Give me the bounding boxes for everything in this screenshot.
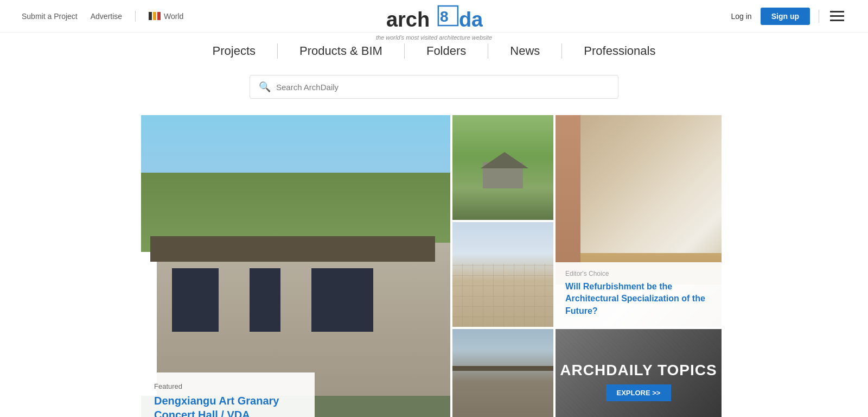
search-input[interactable]	[276, 83, 609, 92]
facade-grid	[452, 264, 553, 327]
flag-stripe-2	[153, 12, 156, 20]
nav-projects[interactable]: Projects	[191, 44, 277, 58]
top-bar-right: Log in Sign up	[731, 8, 846, 25]
search-wrapper: 🔍	[0, 70, 868, 115]
hamburger-line-2	[830, 15, 844, 17]
brick-wall	[556, 115, 580, 274]
nav-news[interactable]: News	[488, 44, 561, 58]
window-right	[311, 268, 373, 332]
hamburger-line-1	[830, 11, 844, 12]
divider-1	[135, 11, 136, 22]
flag-icon	[149, 12, 161, 20]
top-bar: Submit a Project Advertise World arch 8 …	[0, 0, 868, 33]
window-left	[172, 268, 219, 332]
topics-banner[interactable]: ARCHDAILY TOPICS EXPLORE >>	[556, 329, 722, 417]
svg-text:arch: arch	[386, 8, 430, 31]
content-grid: Featured Dengxiangu Art Granary Concert …	[141, 115, 727, 417]
top-bar-left: Submit a Project Advertise World	[22, 11, 183, 22]
archdaily-logo: arch 8 daily	[385, 3, 483, 35]
hamburger-menu[interactable]	[828, 9, 846, 23]
roof-line-sm	[452, 366, 553, 371]
small-image-bottom[interactable]	[452, 329, 553, 417]
flag-stripe-1	[149, 12, 152, 20]
logo-area[interactable]: arch 8 daily the world's most visited ar…	[376, 3, 492, 41]
advertise-link[interactable]: Advertise	[91, 12, 122, 21]
hamburger-line-3	[830, 20, 844, 21]
nav-products-bim[interactable]: Products & BIM	[278, 44, 404, 58]
window-center	[250, 268, 280, 332]
submit-project-link[interactable]: Submit a Project	[22, 12, 78, 21]
feature-label: Featured	[154, 382, 302, 390]
signup-button[interactable]: Sign up	[761, 8, 810, 25]
svg-text:daily: daily	[459, 8, 483, 31]
house-roof	[481, 152, 528, 168]
svg-text:8: 8	[440, 8, 449, 25]
topics-title: ARCHDAILY TOPICS	[560, 362, 717, 379]
main-feature[interactable]: Featured Dengxiangu Art Granary Concert …	[141, 115, 450, 417]
explore-button[interactable]: EXPLORE >>	[606, 384, 672, 401]
content-area: Featured Dengxiangu Art Granary Concert …	[0, 115, 868, 417]
editors-choice-label: Editor's Choice	[565, 270, 712, 277]
editors-choice-card[interactable]: Editor's Choice Will Refurbishment be th…	[556, 115, 722, 327]
world-selector[interactable]: World	[149, 12, 183, 21]
flag-stripe-3	[157, 12, 161, 20]
feature-title: Dengxiangu Art Granary Concert Hall / VD…	[154, 394, 302, 417]
feature-label-box: Featured Dengxiangu Art Granary Concert …	[141, 372, 315, 417]
editors-overlay: Editor's Choice Will Refurbishment be th…	[556, 262, 722, 327]
small-image-top[interactable]	[452, 115, 553, 220]
login-button[interactable]: Log in	[731, 12, 752, 21]
divider-2	[819, 10, 819, 23]
small-image-middle[interactable]	[452, 222, 553, 327]
roof-bg	[150, 236, 435, 262]
logo-tagline: the world's most visited architecture we…	[376, 34, 492, 41]
search-icon: 🔍	[259, 81, 271, 93]
search-bar: 🔍	[250, 75, 618, 99]
nav-folders[interactable]: Folders	[405, 44, 488, 58]
nav-professionals[interactable]: Professionals	[562, 44, 677, 58]
brown-building-bg	[452, 329, 553, 417]
editors-choice-title: Will Refurbishment be the Architectural …	[565, 281, 712, 317]
world-label: World	[164, 12, 183, 21]
